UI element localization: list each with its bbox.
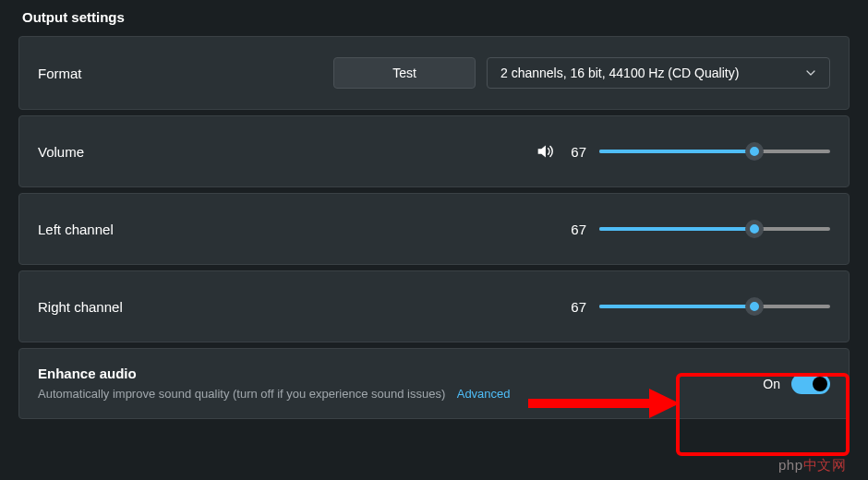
enhance-audio-toggle[interactable]	[791, 374, 830, 394]
left-channel-slider[interactable]	[599, 220, 830, 238]
test-button[interactable]: Test	[333, 57, 476, 89]
right-channel-label: Right channel	[38, 299, 123, 315]
slider-fill	[599, 150, 754, 153]
format-selected-value: 2 channels, 16 bit, 44100 Hz (CD Quality…	[500, 66, 739, 80]
left-channel-row: Left channel 67	[18, 193, 850, 265]
volume-row: Volume 67	[18, 115, 850, 187]
enhance-audio-row: Enhance audio Automatically improve soun…	[18, 348, 850, 419]
volume-label: Volume	[38, 144, 84, 160]
format-select[interactable]: 2 channels, 16 bit, 44100 Hz (CD Quality…	[487, 57, 830, 89]
right-channel-row: Right channel 67	[18, 270, 850, 342]
right-channel-slider[interactable]	[599, 297, 830, 316]
volume-value: 67	[566, 144, 586, 160]
watermark-left: php	[778, 457, 803, 473]
toggle-state-label: On	[763, 377, 780, 391]
slider-thumb[interactable]	[745, 220, 764, 238]
volume-slider[interactable]	[599, 142, 830, 161]
enhance-audio-title: Enhance audio	[38, 366, 744, 381]
chevron-down-icon	[805, 67, 816, 78]
format-label: Format	[38, 66, 82, 81]
watermark: php中文网	[778, 457, 846, 474]
format-row: Format Test 2 channels, 16 bit, 44100 Hz…	[18, 36, 850, 110]
enhance-audio-subtitle: Automatically improve sound quality (tur…	[38, 387, 445, 401]
toggle-knob	[813, 377, 827, 391]
left-channel-label: Left channel	[38, 222, 114, 237]
slider-thumb[interactable]	[745, 142, 764, 161]
watermark-right: 中文网	[803, 457, 847, 473]
left-channel-value: 67	[566, 222, 586, 237]
speaker-icon[interactable]	[535, 141, 555, 162]
slider-thumb[interactable]	[745, 297, 764, 316]
slider-fill	[599, 227, 754, 231]
right-channel-value: 67	[566, 299, 586, 315]
advanced-link[interactable]: Advanced	[457, 387, 511, 401]
section-title: Output settings	[18, 9, 850, 25]
slider-fill	[599, 305, 754, 308]
